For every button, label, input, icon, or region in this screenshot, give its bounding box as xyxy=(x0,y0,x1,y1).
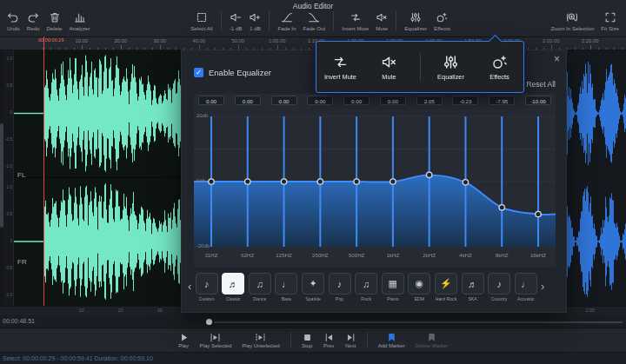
preset-sparkle[interactable]: ✦Sparkle xyxy=(301,273,326,301)
toolbar-item-fade-in[interactable]: Fade In xyxy=(274,10,299,32)
eq-band-handle[interactable] xyxy=(281,179,286,184)
invert-mute-icon xyxy=(350,11,362,23)
close-icon[interactable]: × xyxy=(554,53,560,65)
ruler-minor-tick xyxy=(97,48,98,50)
preset-custom[interactable]: ♪Custom xyxy=(194,273,219,301)
toolbar-item-invert-mute[interactable]: Invert Mute xyxy=(338,10,372,32)
toolbar-item-fade-out[interactable]: Fade Out xyxy=(299,10,329,32)
transport-add-marker[interactable]: Add Marker xyxy=(373,331,410,348)
mute-icon xyxy=(376,11,388,23)
microphone-icon: ♪ xyxy=(329,273,351,295)
eq-band-handle[interactable] xyxy=(245,179,250,184)
preset-country[interactable]: ♪Country xyxy=(487,273,512,301)
guitar-icon: ♫ xyxy=(355,273,377,295)
toolbar-item-effects[interactable]: Effects xyxy=(430,10,454,32)
popup-item-invert-mute[interactable]: Invert Mute xyxy=(319,54,363,81)
transport-bar: PlayPlay SelectedPlay UnselectedStopPrev… xyxy=(0,328,626,352)
eq-band-handle[interactable] xyxy=(426,172,431,177)
ruler-minor-tick xyxy=(90,48,90,50)
seek-handle[interactable] xyxy=(206,319,212,325)
toolbar-item-label: Analyzer xyxy=(69,25,90,31)
toolbar-item-zoom-in-selection[interactable]: Zoom In Selection xyxy=(547,10,597,32)
eq-band-handle[interactable] xyxy=(354,179,359,184)
playhead-line[interactable] xyxy=(43,36,44,306)
preset-label: Piano xyxy=(387,296,398,301)
preset-hard-rock[interactable]: ⚡Hard Rock xyxy=(434,273,459,301)
eq-band-handle[interactable] xyxy=(499,205,504,210)
minimap-time-label: 10 xyxy=(79,308,84,313)
transport-delete-marker[interactable]: Delete Marker xyxy=(410,331,454,348)
waveform-left-track[interactable]: FL FR xyxy=(14,50,182,306)
waveform-right-canvas[interactable] xyxy=(567,50,626,306)
popup-item-effects[interactable]: Effects xyxy=(478,54,522,81)
preset-ska[interactable]: ♬SKA xyxy=(460,273,485,301)
toolbar-item-delete[interactable]: Delete xyxy=(43,10,66,32)
popup-item-mute[interactable]: Mute xyxy=(368,54,411,81)
waveform-right-track[interactable] xyxy=(567,50,626,306)
main-toolbar: Audio Editor UndoRedoDeleteAnalyzer Sele… xyxy=(0,0,626,37)
preset-dance[interactable]: ♫Dance xyxy=(248,273,273,301)
toolbar-item-redo[interactable]: Redo xyxy=(23,10,43,32)
preset-edm[interactable]: ◉EDM xyxy=(407,273,432,301)
popup-item-label: Invert Mute xyxy=(324,73,356,81)
ruler-time-label: 2:10.00 xyxy=(543,38,559,43)
chevron-left-icon[interactable]: ‹ xyxy=(187,273,192,293)
eq-band-freq: 8kHZ xyxy=(489,252,515,258)
preset-label: Dance xyxy=(253,296,266,301)
popup-item-equalizer[interactable]: Equalizer xyxy=(430,54,473,81)
preset-classic[interactable]: ♬Classic xyxy=(221,273,246,301)
toolbar-item-1-db[interactable]: 1 dB xyxy=(245,10,264,32)
trash-icon xyxy=(49,11,61,23)
toolbar-item-fit-size[interactable]: Fit Size xyxy=(597,10,623,32)
eq-band-value: -7.95 xyxy=(489,96,515,105)
seek-track[interactable] xyxy=(214,321,623,323)
toolbar-item-undo[interactable]: Undo xyxy=(3,10,23,32)
eq-band-freq: 31HZ xyxy=(198,252,224,258)
minimap-time-label: 30 xyxy=(157,308,163,313)
delete-marker-icon xyxy=(426,331,437,342)
next-icon xyxy=(345,331,356,342)
preset-pop[interactable]: ♪Pop xyxy=(327,273,352,301)
ruler-minor-tick xyxy=(66,48,67,50)
eq-band-handle[interactable] xyxy=(536,211,541,216)
toolbar-item-mute[interactable]: Mute xyxy=(372,10,391,32)
lyre-icon: ♬ xyxy=(222,273,244,295)
undo-icon xyxy=(7,11,19,23)
eq-band-handle[interactable] xyxy=(463,180,468,185)
transport-next[interactable]: Next xyxy=(340,331,362,348)
toolbar-group-left: UndoRedoDeleteAnalyzer xyxy=(3,10,94,32)
eq-db-label: 0db xyxy=(196,178,205,183)
amplitude-scale-label: 0 xyxy=(10,110,12,115)
ruler-minor-tick xyxy=(129,48,130,50)
transport-prev[interactable]: Prev xyxy=(318,331,340,348)
ruler-minor-tick xyxy=(137,48,137,50)
ruler-time-label: 10.00 xyxy=(75,38,88,43)
toolbar-row: UndoRedoDeleteAnalyzer Select All-1 dB1 … xyxy=(3,10,623,32)
transport-stop[interactable]: Stop xyxy=(296,331,318,348)
eq-band-handle[interactable] xyxy=(317,179,323,184)
transport-label: Delete Marker xyxy=(416,343,449,348)
toolbar-item-equalizer[interactable]: Equalizer xyxy=(401,10,430,32)
eq-band-handle[interactable] xyxy=(390,179,396,184)
preset-acoustic[interactable]: ♩Acoustic xyxy=(513,273,538,301)
preset-piano[interactable]: ▦Piano xyxy=(381,273,406,301)
ruler-time-label: 2:20.00 xyxy=(582,38,598,43)
eq-db-label: -20db xyxy=(196,243,210,248)
transport-play-selected[interactable]: Play Selected xyxy=(195,331,237,348)
transport-play-unselected[interactable]: Play Unselected xyxy=(236,331,284,348)
chevron-right-icon[interactable]: › xyxy=(540,273,545,293)
toolbar-item-select-all[interactable]: Select All xyxy=(187,10,216,32)
transport-play[interactable]: Play xyxy=(173,331,195,348)
timeline-ruler[interactable]: 10.0020.0030.0040.0050.001:00.001:10.001… xyxy=(0,36,626,50)
preset-rock[interactable]: ♫Rock xyxy=(354,273,379,301)
invert-mute-icon xyxy=(332,54,349,70)
enable-equalizer-checkbox[interactable]: ✓ Enable Equalizer xyxy=(194,68,271,77)
equalizer-graph[interactable]: 0.0031HZ0.0062HZ0.00125HZ0.00250HZ0.0050… xyxy=(194,94,556,268)
preset-label: Custom xyxy=(199,296,215,301)
toolbar-item-analyzer[interactable]: Analyzer xyxy=(65,10,93,32)
eq-band-handle[interactable] xyxy=(209,179,214,184)
preset-bass[interactable]: ♩Bass xyxy=(274,273,299,301)
preset-label: Acoustic xyxy=(517,296,535,301)
toolbar-item--1-db[interactable]: -1 dB xyxy=(226,10,246,32)
mute-icon xyxy=(381,54,397,70)
